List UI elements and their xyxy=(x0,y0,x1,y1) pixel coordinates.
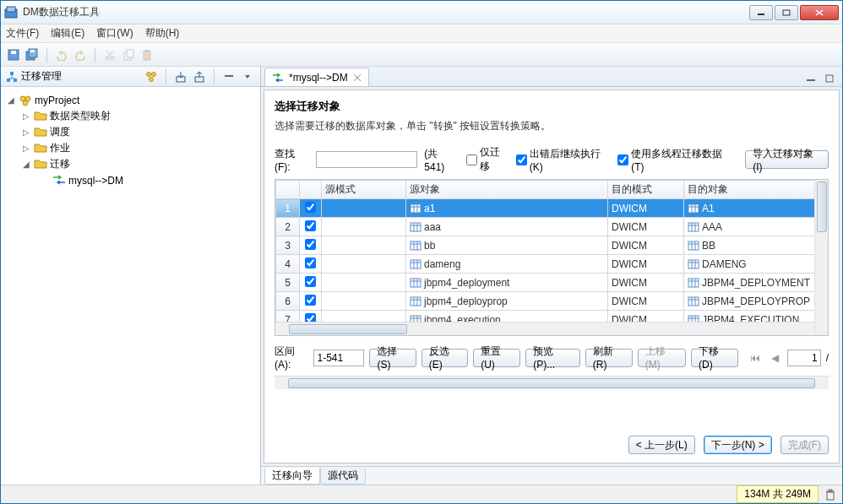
chk-only-migration[interactable]: 仅迁移 xyxy=(466,145,509,174)
migration-icon xyxy=(52,175,66,187)
table-row[interactable]: 4damengDWICMDAMENG xyxy=(276,255,828,274)
table-row[interactable]: 1a1DWICMA1 xyxy=(276,199,828,218)
menu-file[interactable]: 文件(F) xyxy=(6,26,39,41)
table-row[interactable]: 3bbDWICMBB xyxy=(276,236,828,255)
minimize-button[interactable] xyxy=(749,5,773,20)
import-icon[interactable] xyxy=(173,69,188,84)
project-tree: ◢ myProject ▷ 数据类型映射 ▷ 调度 ▷ 作业 ◢ xyxy=(1,87,260,485)
table-row[interactable]: 6jbpm4_deploypropDWICMJBPM4_DEPLOYPROP xyxy=(276,292,828,311)
collapse-arrow-icon[interactable]: ▷ xyxy=(23,111,31,121)
project-icon xyxy=(19,95,32,106)
row-checkbox[interactable] xyxy=(305,202,316,213)
finish-button[interactable]: 完成(F) xyxy=(780,436,829,454)
page-scrollbar[interactable] xyxy=(275,376,829,389)
svg-rect-3 xyxy=(783,10,790,15)
reset-button[interactable]: 重置(U) xyxy=(473,349,520,367)
horizontal-scrollbar[interactable] xyxy=(275,322,814,335)
svg-rect-57 xyxy=(688,241,699,250)
chk-continue-on-error[interactable]: 出错后继续执行(K) xyxy=(516,147,611,173)
menu-help[interactable]: 帮助(H) xyxy=(145,26,180,41)
paste-icon[interactable] xyxy=(139,47,155,62)
tree-item-migration[interactable]: ◢ 迁移 xyxy=(4,156,257,172)
col-dest-object[interactable]: 目的对象 xyxy=(684,181,828,199)
tree-icon xyxy=(6,71,18,83)
export-icon[interactable] xyxy=(192,69,207,84)
row-checkbox[interactable] xyxy=(305,257,316,268)
close-button[interactable] xyxy=(800,5,839,20)
tab-maximize-icon[interactable] xyxy=(822,71,837,86)
tree-item-type-map[interactable]: ▷ 数据类型映射 xyxy=(4,108,257,124)
range-label: 区间(A): xyxy=(275,344,308,371)
col-source-schema[interactable]: 源模式 xyxy=(322,181,406,199)
save-icon[interactable] xyxy=(6,47,21,62)
chk-multithread[interactable]: 使用多线程迁移数据(T) xyxy=(617,147,732,173)
row-checkbox[interactable] xyxy=(305,239,316,250)
menu-bar: 文件(F) 编辑(E) 窗口(W) 帮助(H) xyxy=(1,24,842,43)
svg-rect-19 xyxy=(10,72,14,75)
svg-rect-45 xyxy=(411,223,421,231)
svg-rect-95 xyxy=(829,490,832,491)
save-all-icon[interactable] xyxy=(24,47,40,62)
status-bar: 134M 共 249M xyxy=(1,485,842,503)
collapse-icon[interactable] xyxy=(221,69,237,84)
collapse-arrow-icon[interactable]: ▷ xyxy=(23,144,31,153)
expand-arrow-icon[interactable]: ◢ xyxy=(8,95,16,105)
tree-project[interactable]: ◢ myProject xyxy=(4,92,257,108)
dropdown-icon[interactable] xyxy=(240,69,255,84)
prev-step-button[interactable]: < 上一步(L) xyxy=(628,436,695,454)
app-icon xyxy=(4,6,18,19)
tab-source[interactable]: 源代码 xyxy=(320,468,366,485)
folder-icon xyxy=(34,159,47,171)
tree-item-job[interactable]: ▷ 作业 xyxy=(4,140,257,156)
svg-rect-20 xyxy=(7,79,10,82)
expand-arrow-icon[interactable]: ◢ xyxy=(23,160,31,169)
next-step-button[interactable]: 下一步(N) > xyxy=(704,436,772,454)
maximize-button[interactable] xyxy=(775,5,798,20)
svg-rect-36 xyxy=(826,75,833,82)
invert-button[interactable]: 反选(E) xyxy=(422,349,468,367)
import-objects-button[interactable]: 导入迁移对象(I) xyxy=(745,150,829,169)
menu-edit[interactable]: 编辑(E) xyxy=(51,26,84,41)
search-input[interactable] xyxy=(316,151,417,168)
tree-item-schedule[interactable]: ▷ 调度 xyxy=(4,124,257,140)
col-dest-schema[interactable]: 目的模式 xyxy=(608,181,684,199)
first-page-icon[interactable]: ⏮ xyxy=(748,350,763,366)
migration-icon xyxy=(272,73,284,83)
table-row[interactable]: 5jbpm4_deploymentDWICMJBPM4_DEPLOYMENT xyxy=(276,274,828,292)
range-input[interactable] xyxy=(313,350,364,366)
undo-icon[interactable] xyxy=(54,47,69,62)
menu-window[interactable]: 窗口(W) xyxy=(96,26,133,41)
table-row[interactable]: 2aaaDWICMAAA xyxy=(276,218,828,236)
tree-label: 迁移 xyxy=(50,157,70,171)
cut-icon[interactable] xyxy=(102,47,117,62)
preview-button[interactable]: 预览(P)... xyxy=(525,349,580,367)
tab-mysql-dm[interactable]: *mysql-->DM xyxy=(264,68,369,86)
tree-migration-mysql-dm[interactable]: mysql-->DM xyxy=(4,172,257,188)
move-down-button[interactable]: 下移(D) xyxy=(691,349,738,367)
copy-icon[interactable] xyxy=(121,47,136,62)
svg-rect-10 xyxy=(30,50,35,52)
row-checkbox[interactable] xyxy=(305,295,316,306)
svg-rect-73 xyxy=(688,279,699,287)
tab-minimize-icon[interactable] xyxy=(803,71,819,86)
svg-rect-35 xyxy=(807,79,815,81)
col-source-object[interactable]: 源对象 xyxy=(406,181,608,199)
move-up-button[interactable]: 上移(M) xyxy=(638,349,686,367)
redo-icon[interactable] xyxy=(73,47,88,62)
trash-icon[interactable] xyxy=(825,489,835,501)
collapse-arrow-icon[interactable]: ▷ xyxy=(23,127,31,137)
link-icon[interactable] xyxy=(144,69,159,84)
tab-close-icon[interactable] xyxy=(353,73,362,82)
row-checkbox[interactable] xyxy=(305,220,316,231)
svg-rect-18 xyxy=(145,50,149,52)
page-input[interactable] xyxy=(787,350,821,366)
row-checkbox[interactable] xyxy=(305,276,316,287)
page-separator: / xyxy=(826,352,829,364)
select-button[interactable]: 选择(S) xyxy=(369,349,416,367)
vertical-scrollbar[interactable] xyxy=(814,180,828,335)
prev-page-icon[interactable]: ◀ xyxy=(768,350,782,366)
tab-wizard[interactable]: 迁移向导 xyxy=(264,468,320,485)
total-count: (共 541) xyxy=(424,147,460,173)
tree-label: 调度 xyxy=(50,125,70,139)
refresh-button[interactable]: 刷新(R) xyxy=(585,349,633,367)
